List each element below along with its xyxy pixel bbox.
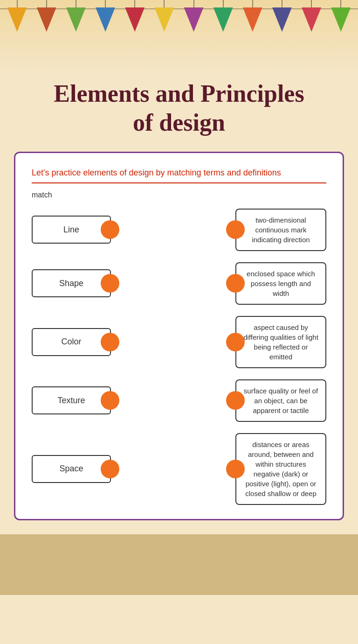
flag-pin [17,0,18,7]
term-connector-space[interactable] [101,460,119,478]
flag-shape [272,7,292,32]
flag-pin [282,0,282,7]
match-label: match [32,191,326,199]
flag-shape [125,7,145,32]
flag-pin [105,0,106,7]
term-label-space: Space [59,464,83,474]
match-row-shape: Shape enclosed space which possess lengt… [32,262,326,305]
flag-item [7,0,28,32]
term-box-line[interactable]: Line [32,216,111,244]
term-box-color[interactable]: Color [32,328,111,356]
match-row-color: Color aspect caused by differing qualiti… [32,316,326,368]
flag-item [242,0,263,32]
title-section: Elements and Principles of design [0,75,358,147]
def-text-color: aspect caused by differing qualities of … [243,322,319,362]
flags-container [0,0,358,32]
bunting-area [0,0,358,75]
match-row-texture: Texture surface quality or feel of an ob… [32,379,326,422]
term-connector-line[interactable] [101,220,119,239]
content-card: Let's practice elements of design by mat… [14,152,344,520]
flag-shape [37,7,56,32]
term-connector-texture[interactable] [101,391,119,410]
term-label-color: Color [61,337,81,347]
flag-item [271,0,293,32]
term-connector-color[interactable] [101,333,119,351]
def-connector-color[interactable] [226,333,245,351]
divider-line [32,182,326,183]
def-connector-space[interactable] [226,460,245,478]
match-row-line: Line two-dimensional continuous mark ind… [32,209,326,251]
def-box-wrapper-color: aspect caused by differing qualities of … [235,316,326,368]
flag-item [301,0,322,32]
def-box-texture[interactable]: surface quality or feel of an object, ca… [235,379,326,422]
flag-item [65,0,87,32]
term-box-space[interactable]: Space [32,455,111,483]
flag-item [95,0,116,32]
flag-pin [76,0,76,7]
def-text-texture: surface quality or feel of an object, ca… [243,386,319,415]
match-row-space: Space distances or areas around, between… [32,433,326,505]
flag-pin [46,0,47,7]
flag-shape [243,7,262,32]
def-box-wrapper-shape: enclosed space which possess length and … [235,262,326,305]
flag-pin [193,0,194,7]
flag-shape [213,7,233,32]
flag-shape [302,7,321,32]
flag-pin [223,0,224,7]
term-connector-shape[interactable] [101,274,119,293]
def-box-shape[interactable]: enclosed space which possess length and … [235,262,326,305]
term-box-shape[interactable]: Shape [32,269,111,297]
flag-shape [96,7,115,32]
page-title: Elements and Principles of design [19,79,339,138]
term-label-line: Line [63,225,79,235]
term-label-shape: Shape [59,279,83,288]
flag-pin [164,0,165,7]
flag-shape [66,7,86,32]
flag-item [183,0,205,32]
def-box-space[interactable]: distances or areas around, between and w… [235,433,326,505]
instruction-text: Let's practice elements of design by mat… [32,167,326,179]
def-box-wrapper-space: distances or areas around, between and w… [235,433,326,505]
def-box-wrapper-texture: surface quality or feel of an object, ca… [235,379,326,422]
flag-shape [331,7,351,32]
flag-shape [154,7,174,32]
flag-pin [311,0,312,7]
def-text-shape: enclosed space which possess length and … [243,269,319,298]
match-container: Line two-dimensional continuous mark ind… [32,209,326,505]
def-box-line[interactable]: two-dimensional continuous mark indicati… [235,209,326,251]
flag-item [124,0,145,32]
def-text-line: two-dimensional continuous mark indicati… [243,215,319,245]
flag-item [153,0,175,32]
term-box-texture[interactable]: Texture [32,386,111,414]
flag-item [330,0,351,32]
bottom-area [0,534,358,595]
def-text-space: distances or areas around, between and w… [243,440,319,498]
def-box-color[interactable]: aspect caused by differing qualities of … [235,316,326,368]
flag-pin [340,0,341,7]
flag-item [213,0,234,32]
def-box-wrapper-line: two-dimensional continuous mark indicati… [235,209,326,251]
flag-shape [184,7,204,32]
term-label-texture: Texture [57,396,85,406]
flag-shape [7,7,27,32]
flag-item [36,0,57,32]
flag-pin [252,0,253,7]
flag-pin [134,0,135,7]
